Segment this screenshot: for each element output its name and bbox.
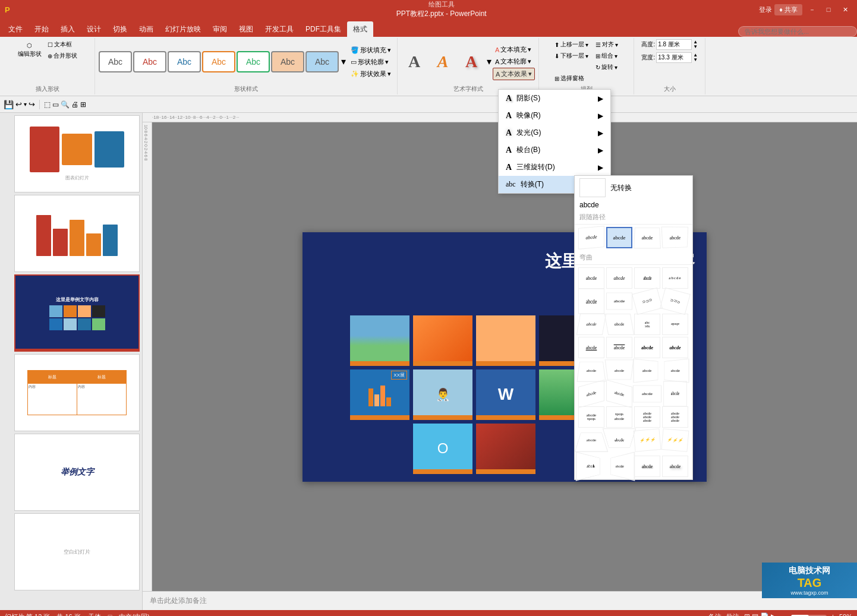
extra-2[interactable]: abcde <box>610 451 635 481</box>
curve-28[interactable]: abcde abcde abcde <box>662 406 688 427</box>
path-cell-4[interactable]: abcde <box>661 226 689 248</box>
curve-14[interactable]: abcde <box>606 337 632 358</box>
width-down-arrow[interactable]: ▼ <box>693 58 698 62</box>
formula-bar-btn5[interactable]: ⊞ <box>80 100 86 109</box>
shape-effect-button[interactable]: ✨ 形状效果 ▾ <box>348 68 393 80</box>
view-reading-button[interactable]: 📄 <box>760 612 769 616</box>
shape-style-3[interactable]: Abc <box>168 51 201 72</box>
slide-item-13[interactable]: 13 标题标题 内容 内容 <box>2 354 140 431</box>
select-pane-button[interactable]: ⊞ 选择窗格 <box>552 73 587 84</box>
curve-19[interactable]: abcde <box>633 358 658 383</box>
redo-button[interactable]: ↪ <box>29 100 35 109</box>
formula-bar-btn2[interactable]: ▭ <box>52 100 59 109</box>
art-sample-1[interactable]: A <box>401 49 427 75</box>
curve-21[interactable]: abcde <box>578 380 604 408</box>
menu-3d-rotate[interactable]: A 三维旋转(D) ▶ <box>499 159 610 176</box>
shape-style-1[interactable]: Abc <box>99 51 132 72</box>
restore-button[interactable]: □ <box>821 4 836 15</box>
view-slide-button[interactable]: ▤ <box>752 612 758 616</box>
save-quick-button[interactable]: 💾 <box>4 100 14 109</box>
textbox-button[interactable]: ☐文本框 <box>45 39 80 50</box>
shape-style-6[interactable]: Abc <box>271 51 304 72</box>
tab-slideshow[interactable]: 幻灯片放映 <box>159 21 207 37</box>
menu-shadow[interactable]: A 阴影(S) ▶ <box>499 90 610 107</box>
slide-item-14[interactable]: 14 举例文字 <box>2 434 140 511</box>
notes-button[interactable]: 备注 <box>708 612 721 617</box>
curve-8[interactable]: ⊃⊃⊃ <box>660 288 691 315</box>
curve-12[interactable]: abcde <box>662 314 688 335</box>
shape-style-5[interactable]: Abc <box>237 51 270 72</box>
formula-bar-btn4[interactable]: 🖨 <box>71 100 78 109</box>
undo-button[interactable]: ↩ <box>15 100 22 109</box>
curve-4[interactable]: abcde <box>662 267 688 289</box>
tab-design[interactable]: 设计 <box>81 21 107 37</box>
curve-22[interactable]: abcde <box>606 380 632 408</box>
shape-style-4[interactable]: Abc <box>202 51 235 72</box>
art-sample-2[interactable]: A <box>430 49 456 75</box>
tab-animation[interactable]: 动画 <box>133 21 159 37</box>
share-button[interactable]: ♦ 共享 <box>774 4 802 15</box>
undo-arrow-button[interactable]: ▾ <box>24 101 27 108</box>
text-outline-button[interactable]: A 文本轮廓 ▾ <box>493 56 535 67</box>
edit-shape-button[interactable]: ⬡ 编辑形状 <box>15 41 44 59</box>
curve-16[interactable]: abcde <box>662 337 688 358</box>
art-sample-more[interactable]: ▾ <box>487 56 491 67</box>
merge-shapes-button[interactable]: ⊕合并形状 <box>45 50 80 61</box>
extra-4[interactable]: abcde <box>662 456 688 477</box>
curve-18[interactable]: abcde <box>604 359 634 380</box>
tab-view[interactable]: 视图 <box>233 21 259 37</box>
group-button[interactable]: ⊞ 组合 ▾ <box>593 50 620 61</box>
tab-pdf[interactable]: PDF工具集 <box>300 21 347 37</box>
view-normal-button[interactable]: ⊞ <box>744 612 750 616</box>
tab-developer[interactable]: 开发工具 <box>259 21 300 37</box>
comments-button[interactable]: 批注 <box>726 612 739 617</box>
login-button[interactable]: 登录 <box>759 5 772 14</box>
formula-bar-btn3[interactable]: 🔍 <box>61 100 70 109</box>
tab-transition[interactable]: 切换 <box>107 21 133 37</box>
move-up-button[interactable]: ⬆ 上移一层 ▾ <box>552 39 591 50</box>
simple-text-option[interactable]: abcde <box>575 200 692 210</box>
menu-glow[interactable]: A 发光(G) ▶ <box>499 124 610 141</box>
curve-2[interactable]: abcde <box>606 267 632 289</box>
menu-bevel[interactable]: A 棱台(B) ▶ <box>499 141 610 159</box>
curve-23[interactable]: abcde <box>633 386 661 403</box>
search-input[interactable] <box>738 26 857 37</box>
text-fill-button[interactable]: A 文本填充 ▾ <box>493 44 535 55</box>
curve-26[interactable]: abcde abcde <box>606 406 632 428</box>
notes-bar[interactable]: 单击此处添加备注 <box>143 591 857 610</box>
zoom-in-button[interactable]: ＋ <box>829 611 837 616</box>
move-down-button[interactable]: ⬇ 下移一层 ▾ <box>552 50 591 61</box>
view-show-button[interactable]: ▶ <box>771 612 776 616</box>
tab-home[interactable]: 开始 <box>29 21 55 37</box>
shape-fill-button[interactable]: 🪣 形状填充 ▾ <box>348 45 393 56</box>
extra-3[interactable]: abcde <box>634 456 660 477</box>
close-button[interactable]: ✕ <box>838 4 852 15</box>
curve-17[interactable]: abcde <box>576 362 606 382</box>
slide-item-11[interactable]: 11 <box>2 195 140 272</box>
path-cell-3[interactable]: abcde <box>634 228 661 249</box>
shape-style-7[interactable]: Abc <box>305 51 339 72</box>
curve-24[interactable]: abcde <box>663 381 687 406</box>
extra-1[interactable]: abcde <box>576 451 600 481</box>
curve-3[interactable]: abcde <box>634 267 660 289</box>
height-down-arrow[interactable]: ▼ <box>693 45 698 49</box>
curve-5[interactable]: abcde <box>578 288 604 314</box>
curve-9[interactable]: abcde <box>576 314 606 335</box>
slide-item-15[interactable]: 15 空白幻灯片 <box>2 513 140 590</box>
curve-7[interactable]: ⊃⊃⊃ <box>632 288 663 315</box>
curve-25[interactable]: abcde abcde <box>578 406 604 428</box>
align-button[interactable]: ☰ 对齐 ▾ <box>593 39 620 50</box>
curve-15[interactable]: abcde <box>634 337 660 358</box>
shape-outline-button[interactable]: ▭ 形状轮廓 ▾ <box>348 56 393 68</box>
curve-29[interactable]: abcde <box>575 432 609 452</box>
curve-13[interactable]: abcde <box>578 337 604 358</box>
curve-32[interactable]: ⚡⚡⚡ <box>661 428 689 452</box>
width-input[interactable] <box>656 52 692 63</box>
curve-1[interactable]: abcde <box>578 267 604 289</box>
slide-item-12[interactable]: 12 这里是举例文字内容 <box>2 274 140 352</box>
zoom-out-button[interactable]: － <box>781 611 789 616</box>
curve-10[interactable]: abcde <box>604 314 634 335</box>
art-sample-3[interactable]: A <box>458 49 484 75</box>
path-cell-2[interactable]: abcde <box>606 227 632 248</box>
menu-reflection[interactable]: A 映像(R) ▶ <box>499 107 610 124</box>
